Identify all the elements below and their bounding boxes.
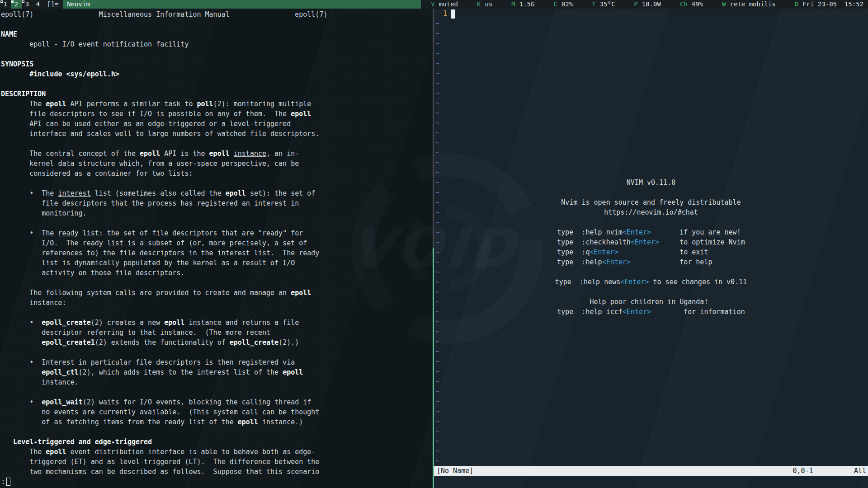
nvim-row: ~	[434, 376, 868, 386]
nvim-row: ~	[434, 396, 868, 406]
nvim-row: ~	[434, 68, 868, 78]
man-line: triggered (ET) and as level-triggered (L…	[1, 457, 433, 467]
top-bar: 1234 []= Neovim VmutedKusM1.5GC02%T35°CP…	[0, 0, 868, 9]
tilde-marker: ~	[434, 79, 439, 87]
man-line: kernel data structure which, from a user…	[1, 159, 433, 169]
nvim-row: ~	[434, 158, 868, 168]
nvim-row: ~	[434, 357, 868, 366]
tilde-marker: ~	[434, 99, 439, 107]
nvim-buffer-name: [No Name]	[434, 466, 473, 476]
tag-indicator-filled	[11, 0, 14, 3]
man-line: activity on those file descriptors.	[1, 268, 433, 278]
man-line: references to) the file descriptors in t…	[1, 248, 433, 258]
tilde-marker: ~	[434, 397, 439, 405]
status-w: Wrete mobilis	[722, 0, 776, 9]
nvim-row: ~	[434, 188, 868, 197]
nvim-row: ~type :help nvim<Enter> if you are new!	[434, 227, 868, 237]
status-v: Vmuted	[431, 0, 458, 9]
tilde-marker: ~	[434, 447, 439, 455]
man-line: epoll - I/O event notification facility	[1, 39, 433, 49]
man-line: NAME	[1, 29, 433, 39]
nvim-cursor	[451, 9, 455, 19]
nvim-row: ~Nvim is open source and freely distribu…	[434, 197, 868, 207]
nvim-ruler: 0,0-1 All	[793, 466, 868, 476]
nvim-row: ~	[434, 48, 868, 58]
tilde-marker: ~	[434, 29, 439, 38]
tilde-marker: ~	[434, 377, 439, 385]
nvim-row: ~	[434, 98, 868, 108]
man-line	[1, 278, 433, 288]
nvim-row: ~	[434, 347, 868, 357]
man-line	[1, 218, 433, 228]
tilde-marker: ~	[434, 169, 439, 177]
tilde-marker: ~	[434, 218, 439, 226]
nvim-row: ~	[434, 118, 868, 128]
tag-4[interactable]: 4	[33, 0, 43, 9]
man-line: epoll_create1(2) extends the functionali…	[1, 338, 433, 347]
man-line: considered as a container for two lists:	[1, 169, 433, 178]
man-line	[1, 387, 433, 397]
man-line: no events are currently available. (This…	[1, 407, 433, 417]
terminal-man-pane[interactable]: epoll(7) Miscellaneous Information Manua…	[0, 9, 433, 488]
man-line: • The ready list: the set of file descri…	[1, 228, 433, 238]
tilde-marker: ~	[434, 437, 439, 445]
man-line: descriptor referring to that instance. (…	[1, 328, 433, 338]
nvim-row: ~	[434, 406, 868, 416]
nvim-intro-line: type :q<Enter> to exit	[434, 247, 868, 257]
man-line: #include <sys/epoll.h>	[1, 69, 433, 79]
tilde-marker: ~	[434, 109, 439, 117]
neovim-pane[interactable]: 1~~~~~~~~~~~~~~~~~NVIM v0.11.0~~Nvim is …	[434, 9, 868, 488]
status-ch: Ch49%	[680, 0, 703, 9]
nvim-row: ~https://neovim.io/#chat	[434, 207, 868, 217]
nvim-intro-line: type :checkhealth<Enter> to optimize Nvi…	[434, 237, 868, 247]
layout-symbol[interactable]: []=	[43, 0, 63, 9]
man-line: DESCRIPTION	[1, 89, 433, 99]
tilde-marker: ~	[434, 338, 439, 346]
nvim-row: 1	[434, 9, 868, 19]
nvim-row: ~	[434, 88, 868, 98]
man-line	[1, 139, 433, 149]
tilde-marker: ~	[434, 427, 439, 435]
man-line: Level-triggered and edge-triggered	[1, 437, 433, 447]
nvim-row: ~	[434, 436, 868, 446]
man-line: API can be used either as an edge-trigge…	[1, 119, 433, 129]
nvim-intro-line: Help poor children in Uganda!	[434, 297, 868, 307]
tilde-marker: ~	[434, 119, 439, 127]
nvim-row: ~Help poor children in Uganda!	[434, 297, 868, 307]
tilde-marker: ~	[434, 188, 439, 197]
tilde-marker: ~	[434, 457, 439, 465]
nvim-row: ~type :q<Enter> to exit	[434, 247, 868, 257]
line-number: 1	[434, 9, 447, 18]
nvim-row: ~	[434, 327, 868, 337]
man-line: file descriptors that the process has re…	[1, 198, 433, 208]
tilde-marker: ~	[434, 39, 439, 47]
nvim-intro-line: Nvim is open source and freely distribut…	[434, 197, 868, 207]
tag-3[interactable]: 3	[22, 0, 33, 9]
man-line	[1, 79, 433, 89]
nvim-buffer-rows: 1~~~~~~~~~~~~~~~~~NVIM v0.11.0~~Nvim is …	[434, 9, 868, 466]
nvim-row: ~	[434, 386, 868, 396]
status-t: T35°C	[592, 0, 615, 9]
tag-2[interactable]: 2	[11, 0, 22, 9]
tilde-marker: ~	[434, 129, 439, 137]
nvim-statusline: [No Name] 0,0-1 All	[434, 466, 868, 476]
status-k: Kus	[477, 0, 492, 9]
nvim-row: ~	[434, 317, 868, 327]
nvim-row: ~	[434, 426, 868, 436]
nvim-intro-line: type :help news<Enter> to see changes in…	[434, 277, 868, 287]
nvim-row: ~	[434, 337, 868, 347]
nvim-row: ~	[434, 148, 868, 158]
man-line: • The interest list (sometimes also call…	[1, 188, 433, 198]
tag-1[interactable]: 1	[0, 0, 11, 9]
nvim-intro-line: type :help nvim<Enter> if you are new!	[434, 227, 868, 237]
tilde-marker: ~	[434, 19, 439, 28]
man-line: The following system calls are provided …	[1, 288, 433, 298]
nvim-row: ~	[434, 456, 868, 466]
man-line: The epoll event distribution interface i…	[1, 447, 433, 457]
tag-indicator-hollow	[0, 0, 3, 3]
bar-tags: 1234	[0, 0, 43, 9]
nvim-row: ~	[434, 416, 868, 426]
nvim-row: ~	[434, 168, 868, 178]
man-line: epoll(7) Miscellaneous Information Manua…	[1, 9, 433, 19]
man-page-content: epoll(7) Miscellaneous Information Manua…	[0, 9, 433, 477]
